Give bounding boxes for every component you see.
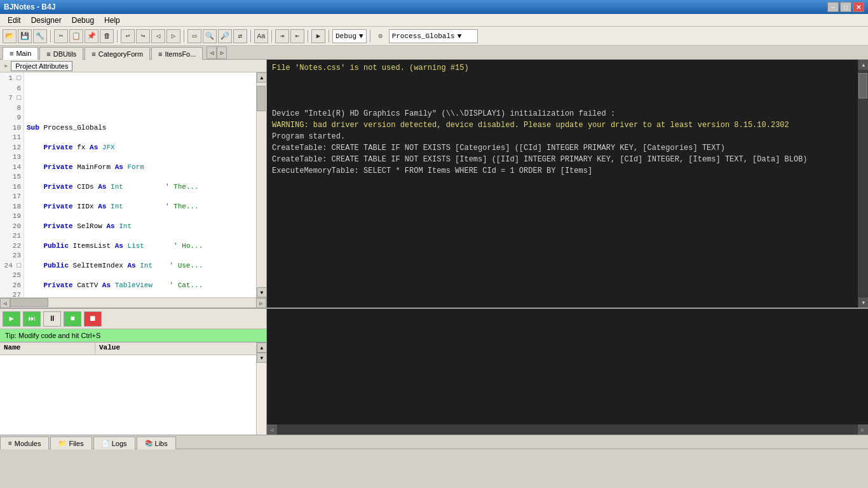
process-globals-arrow[interactable]: ▼ <box>458 32 462 40</box>
debug-mode-dropdown[interactable]: Debug ▼ <box>332 29 367 43</box>
line-11: 11 <box>0 133 21 143</box>
toolbar-run[interactable]: ▶ <box>311 29 325 43</box>
log-bottom-scroll-right[interactable]: ▷ <box>858 424 868 435</box>
tab-dbutils[interactable]: ≡ DBUtils <box>39 47 83 60</box>
debug-scroll-down[interactable]: ▼ <box>257 353 267 363</box>
process-globals-dropdown[interactable]: Process_Globals ▼ <box>389 29 478 43</box>
code-header: ▸ Project Attributes <box>0 60 266 72</box>
debug-dropdown-arrow[interactable]: ▼ <box>359 32 363 40</box>
line-8: 8 <box>0 104 21 114</box>
toolbar-indent[interactable]: ⇥ <box>275 29 289 43</box>
code-line-10: Private CIDs As Int ' The... <box>27 182 254 193</box>
tab-main-label: Main <box>16 50 31 57</box>
tip-bar: Tip: Modify code and hit Ctrl+S <box>0 329 266 342</box>
tab-modules-label: Modules <box>15 440 41 447</box>
tab-scroll-left[interactable]: ◁ <box>207 46 217 59</box>
line-7: 7 □ <box>0 93 21 104</box>
tab-dbutils-label: DBUtils <box>53 50 77 58</box>
toolbar-rect[interactable]: ▭ <box>187 29 201 43</box>
toolbar-copy[interactable]: 📋 <box>69 29 83 43</box>
toolbar-sep7 <box>329 30 329 43</box>
toolbar-btn3[interactable]: 🔧 <box>33 29 47 43</box>
tab-files[interactable]: 📁 Files <box>50 437 92 449</box>
toolbar-find[interactable]: 🔍 <box>203 29 217 43</box>
debug-scroll-up[interactable]: ▲ <box>257 342 267 353</box>
debug-stop-red-button[interactable]: ⏹ <box>84 311 102 327</box>
hscroll-thumb[interactable] <box>10 298 48 307</box>
code-scrollbar[interactable]: ▲ ▼ <box>256 72 266 297</box>
toolbar-replace[interactable]: ⇄ <box>233 29 247 43</box>
line-26: 26 <box>0 281 21 291</box>
code-horizontal-scrollbar[interactable]: ◁ ▷ <box>0 297 266 308</box>
menu-designer[interactable]: Designer <box>26 15 67 26</box>
status-bar <box>0 449 868 463</box>
toolbar-open[interactable]: 📂 <box>3 29 17 43</box>
tab-modules[interactable]: ≡ Modules <box>0 437 49 449</box>
tab-categoryform[interactable]: ≡ CategoryForm <box>85 47 150 60</box>
toolbar-back[interactable]: ◁ <box>151 29 165 43</box>
menu-debug[interactable]: Debug <box>67 15 99 26</box>
debug-pause-button[interactable]: ⏸ <box>43 311 61 327</box>
log-right-scrollbar[interactable]: ▲ ▼ <box>858 60 868 308</box>
line-9: 9 <box>0 113 21 123</box>
log-createtable2: CreateTable: CREATE TABLE IF NOT EXISTS … <box>272 154 853 165</box>
log-bottom-scrollbar[interactable]: ◁ ▷ <box>267 424 868 435</box>
title-bar: BJNotes - B4J ─ □ ✕ <box>0 0 868 14</box>
code-line-15: Private CatTV As TableView ' Cat... <box>27 281 254 291</box>
line-20: 20 <box>0 222 21 232</box>
debug-play-button[interactable]: ▶ <box>3 311 20 327</box>
scroll-thumb[interactable] <box>257 86 266 111</box>
tab-scroll-right[interactable]: ▷ <box>217 46 227 59</box>
toolbar-undo[interactable]: ↩ <box>121 29 135 43</box>
line-24: 24 □ <box>0 261 21 271</box>
tab-itemsform-icon: ≡ <box>158 50 162 58</box>
tab-libs[interactable]: 📚 Libs <box>137 437 176 449</box>
code-content: 1 □ 6 7 □ 8 9 10 11 12 13 14 15 16 17 18… <box>0 72 266 297</box>
code-editor[interactable]: Sub Process_Globals Private fx As JFX Pr… <box>24 72 256 297</box>
tab-main[interactable]: ≡ Main <box>3 47 38 60</box>
toolbar-font-size[interactable]: Aa <box>254 29 268 43</box>
scroll-down[interactable]: ▼ <box>257 287 266 297</box>
tab-main-icon: ≡ <box>10 50 13 57</box>
menu-edit[interactable]: Edit <box>3 15 26 26</box>
scroll-up[interactable]: ▲ <box>257 72 266 83</box>
debug-stop-green-button[interactable]: ■ <box>64 311 81 327</box>
log-bottom-track[interactable] <box>277 424 858 435</box>
tab-itemsform[interactable]: ≡ ItemsFo... <box>151 47 203 60</box>
line-1: 1 □ <box>0 74 21 84</box>
log-bottom-scroll-left[interactable]: ◁ <box>267 424 277 435</box>
toolbar-save[interactable]: 💾 <box>18 29 32 43</box>
minimize-button[interactable]: ─ <box>827 2 839 12</box>
line-14: 14 <box>0 163 21 173</box>
log-blank2 <box>272 85 853 97</box>
log-scroll-down[interactable]: ▼ <box>858 297 868 308</box>
toolbar-sep8 <box>370 30 370 43</box>
toolbar-cut[interactable]: ✂ <box>54 29 68 43</box>
log-device-line: Device "Intel(R) HD Graphics Family" (\\… <box>272 108 853 119</box>
toolbar-forward[interactable]: ▷ <box>166 29 180 43</box>
tab-libs-label: Libs <box>155 440 168 447</box>
toolbar-outdent[interactable]: ⇤ <box>290 29 304 43</box>
log-scroll-thumb[interactable] <box>858 73 867 98</box>
toolbar-delete[interactable]: 🗑 <box>100 29 114 43</box>
toolbar-redo[interactable]: ↪ <box>136 29 150 43</box>
line-21: 21 <box>0 231 21 241</box>
debug-scrollbar[interactable]: ▲ ▼ <box>256 342 266 435</box>
toolbar-paste[interactable]: 📌 <box>85 29 98 43</box>
tab-logs[interactable]: 📄 Logs <box>93 437 135 449</box>
hscroll-track[interactable] <box>10 298 256 308</box>
maximize-button[interactable]: □ <box>840 2 851 12</box>
scroll-track[interactable] <box>257 83 266 287</box>
hscroll-right[interactable]: ▷ <box>256 298 266 308</box>
menu-help[interactable]: Help <box>99 15 125 26</box>
debug-step-button[interactable]: ⏭ <box>23 311 41 327</box>
hscroll-left[interactable]: ◁ <box>0 298 10 308</box>
log-scroll-up[interactable]: ▲ <box>858 60 868 70</box>
bottom-tabs: ≡ Modules 📁 Files 📄 Logs 📚 Libs <box>0 435 868 449</box>
toolbar: 📂 💾 🔧 ✂ 📋 📌 🗑 ↩ ↪ ◁ ▷ ▭ 🔍 🔎 ⇄ Aa ⇥ ⇤ ▶ D… <box>0 27 868 46</box>
toolbar-find2[interactable]: 🔎 <box>218 29 232 43</box>
line-27: 27 <box>0 290 21 297</box>
close-button[interactable]: ✕ <box>853 2 864 12</box>
tab-logs-icon: 📄 <box>102 440 109 447</box>
log-scroll-track[interactable] <box>858 70 868 297</box>
